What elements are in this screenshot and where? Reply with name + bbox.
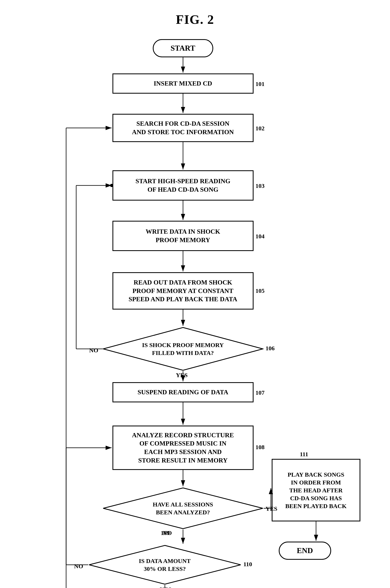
node-107: SUSPEND READING OF DATA (112, 382, 253, 402)
start-node: START (153, 39, 213, 57)
yes-label-110: YES (160, 586, 172, 588)
node-104: WRITE DATA IN SHOCK PROOF MEMORY (112, 221, 253, 251)
ref-108: 108 (256, 444, 265, 451)
node-105: READ OUT DATA FROM SHOCK PROOF MEMORY AT… (112, 272, 253, 309)
ref-106: 106 (266, 345, 275, 352)
no-label-110: NO (74, 563, 83, 570)
page-title: FIG. 2 (0, 0, 390, 35)
yes-label-106: YES (176, 372, 188, 379)
no-label-106: NO (89, 347, 98, 354)
ref-111: 111 (300, 451, 308, 458)
ref-107: 107 (256, 389, 265, 396)
ref-104: 104 (256, 233, 265, 240)
ref-110: 110 (244, 561, 252, 568)
node-111: PLAY BACK SONGS IN ORDER FROM THE HEAD A… (272, 459, 360, 522)
ref-102: 102 (256, 125, 265, 132)
node-110: IS DATA AMOUNT 30% OR LESS? (88, 545, 242, 585)
node-106: IS SHOCK PROOF MEMORY FILLED WITH DATA? (102, 327, 264, 371)
node-109: HAVE ALL SESSIONS BEEN ANALYZED? (102, 487, 264, 529)
node-103: START HIGH-SPEED READING OF HEAD CD-DA S… (112, 170, 253, 201)
ref-105: 105 (256, 287, 265, 294)
node-101: INSERT MIXED CD (112, 73, 253, 94)
node-108: ANALYZE RECORD STRUCTURE OF COMPRESSED M… (112, 425, 253, 470)
ref-103: 103 (256, 182, 265, 189)
no-label-109: NO (163, 529, 172, 536)
node-102: SEARCH FOR CD-DA SESSION AND STORE TOC I… (112, 114, 253, 142)
ref-101: 101 (256, 80, 265, 87)
end-node: END (279, 542, 331, 560)
